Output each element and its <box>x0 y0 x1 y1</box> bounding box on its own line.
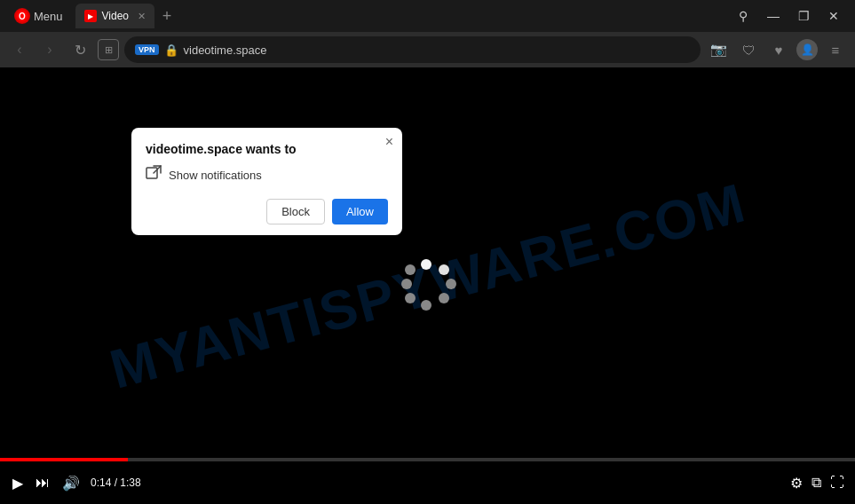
heart-button[interactable]: ♥ <box>766 37 791 62</box>
spinner-dot <box>405 264 416 275</box>
spinner-dot <box>421 259 431 270</box>
reload-icon: ↻ <box>75 42 86 59</box>
spinner-dot <box>405 293 416 303</box>
popup-close-button[interactable]: × <box>385 135 393 149</box>
volume-icon: 🔊 <box>62 475 80 492</box>
fullscreen-button[interactable]: ⛶ <box>830 475 844 491</box>
popup-permission-row: Show notifications <box>146 165 388 185</box>
new-tab-button[interactable]: + <box>156 5 178 27</box>
time-display: 0:14 / 1:38 <box>91 476 141 489</box>
back-icon: ‹ <box>17 42 21 58</box>
close-button[interactable]: ✕ <box>819 2 848 30</box>
forward-button[interactable]: › <box>37 37 62 62</box>
gear-icon: ⚙ <box>790 475 803 492</box>
toolbar-icons: 📷 🛡 ♥ 👤 ≡ <box>706 37 848 62</box>
miniplayer-icon: ⧉ <box>811 475 821 491</box>
fullscreen-icon: ⛶ <box>830 475 844 491</box>
tab-close-button[interactable]: ✕ <box>138 11 146 22</box>
reload-button[interactable]: ↻ <box>67 37 92 62</box>
next-button[interactable]: ⏭ <box>34 473 51 492</box>
url-bar[interactable]: VPN 🔒 videotime.space <box>124 36 701 63</box>
spinner-dot <box>421 300 431 311</box>
spinner-dot <box>401 279 412 289</box>
menu-label: Menu <box>34 10 63 23</box>
heart-icon: ♥ <box>775 43 783 58</box>
url-text: videotime.space <box>184 43 690 57</box>
volume-button[interactable]: 🔊 <box>60 473 82 493</box>
tab-label: Video <box>102 10 129 22</box>
tabs-grid-icon: ⊞ <box>105 44 113 56</box>
next-icon: ⏭ <box>36 475 50 491</box>
pin-icon: ⚲ <box>739 9 748 23</box>
popup-permission-text: Show notifications <box>169 169 262 182</box>
close-icon: ✕ <box>828 9 839 23</box>
video-controls: ▶ ⏭ 🔊 0:14 / 1:38 ⚙ ⧉ ⛶ <box>0 461 855 504</box>
spinner-dot <box>446 279 456 289</box>
opera-menu-button[interactable]: O Menu <box>7 4 70 28</box>
back-button[interactable]: ‹ <box>7 37 32 62</box>
opera-logo-icon: O <box>14 8 30 24</box>
shield-icon: 🛡 <box>742 43 756 58</box>
camera-icon: 📷 <box>710 42 727 58</box>
settings-button[interactable]: ⚙ <box>790 475 803 492</box>
active-tab[interactable]: ▶ Video ✕ <box>75 4 154 28</box>
loading-spinner <box>401 259 455 312</box>
hamburger-icon: ≡ <box>832 43 840 58</box>
notification-popup: × videotime.space wants to Show notifica… <box>131 128 402 235</box>
allow-button[interactable]: Allow <box>332 199 388 224</box>
minimize-button[interactable]: — <box>759 2 788 30</box>
notification-permission-icon <box>146 165 162 185</box>
miniplayer-button[interactable]: ⧉ <box>811 475 821 491</box>
avatar-icon: 👤 <box>801 43 814 56</box>
address-bar: ‹ › ↻ ⊞ VPN 🔒 videotime.space 📷 🛡 ♥ 👤 ≡ <box>0 32 855 67</box>
spinner-dot <box>439 264 449 275</box>
tab-favicon-icon: ▶ <box>84 10 97 22</box>
play-icon: ▶ <box>12 475 23 492</box>
pin-button[interactable]: ⚲ <box>729 2 757 30</box>
menu-settings-button[interactable]: ≡ <box>823 37 848 62</box>
svg-rect-0 <box>146 168 157 178</box>
block-button[interactable]: Block <box>266 199 325 224</box>
spinner-dot <box>439 293 449 303</box>
video-container: MYANTISPYWARE.COM ▶ ⏭ 🔊 0:14 / 1:38 ⚙ <box>0 67 855 504</box>
popup-actions: Block Allow <box>146 199 388 224</box>
minimize-icon: — <box>767 9 780 23</box>
vpn-badge: VPN <box>135 44 159 55</box>
title-bar: O Menu ▶ Video ✕ + ⚲ — ❐ ✕ <box>0 0 855 32</box>
popup-title: videotime.space wants to <box>146 142 388 156</box>
tab-bar: ▶ Video ✕ + <box>75 4 724 28</box>
play-button[interactable]: ▶ <box>11 473 25 493</box>
secure-lock-icon: 🔒 <box>164 43 178 57</box>
shield-button[interactable]: 🛡 <box>736 37 761 62</box>
maximize-button[interactable]: ❐ <box>789 2 818 30</box>
maximize-icon: ❐ <box>798 9 810 23</box>
tabs-overview-button[interactable]: ⊞ <box>98 39 119 60</box>
avatar-button[interactable]: 👤 <box>796 39 818 60</box>
camera-button[interactable]: 📷 <box>706 37 731 62</box>
window-controls: ⚲ — ❐ ✕ <box>729 2 848 30</box>
forward-icon: › <box>47 42 51 58</box>
